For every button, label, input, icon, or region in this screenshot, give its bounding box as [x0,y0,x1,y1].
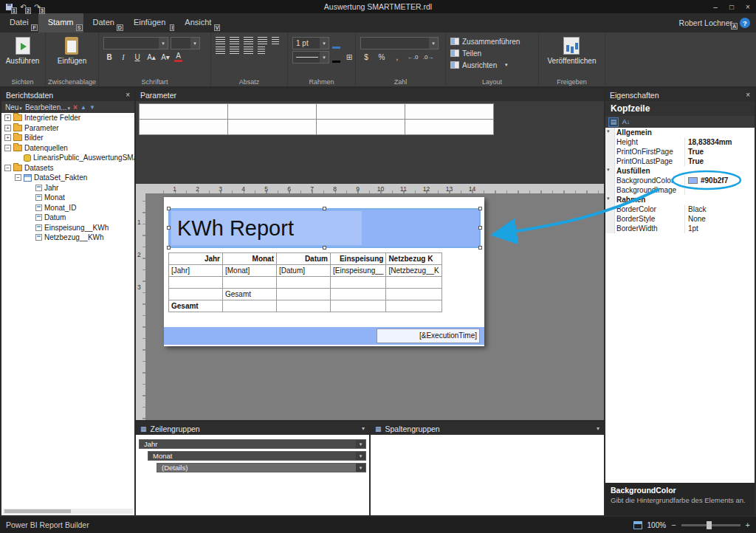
font-color-button[interactable]: A [173,52,183,62]
justify-icon[interactable] [258,37,267,45]
parameter-cell[interactable] [228,104,316,119]
selection-handle[interactable] [167,246,171,250]
tablix-cell[interactable] [386,300,441,312]
align-center-icon[interactable] [230,37,239,45]
tablix-cell[interactable]: Jahr [169,253,223,265]
property-row-printonfirstpage[interactable]: PrintOnFirstPageTrue [605,147,755,157]
maximize-button[interactable]: □ [724,0,740,13]
tab-stamm[interactable]: StammS [38,13,83,32]
number-format-select[interactable]: ▾ [360,37,439,49]
tree-item-integrierte-felder[interactable]: +Integrierte Felder [1,113,134,123]
expand-icon[interactable]: + [4,134,11,141]
font-size-select[interactable]: ▾ [171,37,200,49]
split-button[interactable]: Teilen [450,47,481,59]
selection-handle[interactable] [167,207,171,210]
parameter-cell[interactable] [405,104,493,119]
tablix-cell[interactable] [223,277,277,289]
property-category[interactable]: ▾Allgemein [605,128,755,137]
tablix-cell[interactable] [331,300,386,312]
design-view-icon[interactable] [633,521,642,529]
zoom-in-button[interactable]: + [746,520,750,529]
parameter-cell[interactable] [405,120,493,134]
tablix-cell[interactable] [331,289,386,300]
tree-item-field-datum[interactable]: Datum [1,213,134,223]
borders-grid-icon[interactable]: ⊞ [343,52,355,63]
property-row-bordercolor[interactable]: BorderColorBlack [605,204,755,214]
close-icon[interactable]: × [746,91,750,99]
tablix-cell[interactable]: Gesamt [169,300,223,312]
publish-button[interactable]: Veröffentlichen [545,35,599,66]
tablix-cell[interactable]: Einspeisung [331,253,386,265]
tablix-cell[interactable] [277,277,331,289]
property-row-borderstyle[interactable]: BorderStyleNone [605,214,755,224]
tree-item-datenquellen[interactable]: −Datenquellen [1,143,134,154]
color-swatch[interactable] [688,177,698,184]
grow-font-button[interactable]: A▴ [145,51,157,63]
horizontal-scrollbar[interactable] [3,509,133,514]
chevron-down-icon[interactable]: ▾ [356,464,365,472]
tab-ansicht[interactable]: AnsichtV [175,13,221,32]
tablix-cell[interactable]: [Einspeisung__ [331,265,386,277]
chevron-down-icon[interactable]: ▾ [362,425,365,432]
tablix-cell[interactable] [331,277,386,289]
property-row-backgroundcolor[interactable]: BackgroundColor#90b2f7 [605,176,755,185]
tab-datei[interactable]: DateiF [0,13,38,32]
zoom-out-button[interactable]: − [671,520,676,529]
move-down-icon[interactable]: ▼ [89,104,95,111]
tablix[interactable]: Jahr Monat Datum Einspeisung Netzbezug K… [168,252,442,312]
selection-handle[interactable] [478,246,482,250]
tablix-cell[interactable] [277,289,331,300]
increase-decimal-button[interactable]: ←.0 [407,51,419,63]
property-category[interactable]: ▾Rahmen [605,195,755,204]
shrink-font-button[interactable]: A▾ [159,51,171,63]
tablix-cell[interactable] [277,300,331,312]
border-width-select[interactable]: 1 pt▾ [292,37,329,49]
chevron-down-icon[interactable]: ▾ [597,425,599,432]
zoom-slider-thumb[interactable] [707,521,712,529]
align-button[interactable]: Ausrichten ▾ [450,59,508,71]
selection-handle[interactable] [323,207,326,210]
row-group-jahr[interactable]: Jahr▾ [139,439,366,449]
tablix-cell[interactable] [223,300,277,312]
execution-time-textbox[interactable]: [&ExecutionTime] [377,329,480,343]
align-bottom-icon[interactable] [244,47,253,55]
merge-button[interactable]: Zusammenführen [450,35,520,47]
tablix-cell[interactable]: Gesamt [223,289,277,300]
property-row-backgroundimage[interactable]: BackgroundImage [605,185,755,195]
tree-item-dataset-fakten[interactable]: −DataSet_Fakten [1,173,134,183]
percent-button[interactable]: % [376,51,388,63]
currency-button[interactable]: $ [360,51,372,63]
property-row-printonlastpage[interactable]: PrintOnLastPageTrue [605,157,755,166]
tree-item-field-einspeisung[interactable]: Einspeisung__KWh [1,223,134,233]
collapse-icon[interactable]: − [4,165,11,171]
move-up-icon[interactable]: ▲ [80,104,86,111]
tab-daten[interactable]: DatenD [83,13,124,32]
delete-button[interactable]: × [73,103,78,111]
align-left-icon[interactable] [216,37,225,45]
font-name-select[interactable]: ▾ [103,37,168,49]
design-canvas[interactable]: KWh Report Jahr Monat Datum Einspeisung [145,193,604,420]
parameter-cell[interactable] [140,104,227,119]
expand-icon[interactable]: + [4,125,11,131]
new-button[interactable]: Neu▾ [5,103,22,111]
paste-button[interactable]: Einfügen [55,35,89,66]
chevron-down-icon[interactable]: ▾ [356,452,365,460]
tree-item-bilder[interactable]: +Bilder [1,133,134,143]
thousands-separator-button[interactable]: , [391,51,403,63]
property-row-borderwidth[interactable]: BorderWidth1pt [605,224,755,233]
tab-einfuegen[interactable]: EinfügenI [124,13,175,32]
align-right-icon[interactable] [244,37,253,45]
indent-icon[interactable] [258,47,265,55]
tablix-cell[interactable] [386,289,441,300]
align-middle-icon[interactable] [230,47,239,55]
categorized-view-button[interactable]: ▤ [608,117,619,127]
scrollbar-thumb[interactable] [4,509,71,513]
tablix-cell[interactable]: Datum [277,253,331,265]
selection-handle[interactable] [167,226,171,230]
help-icon[interactable]: ? [740,18,750,28]
chevron-down-icon[interactable]: ▾ [356,440,365,448]
minimize-button[interactable]: – [707,0,724,13]
tablix-cell[interactable] [169,277,223,289]
tablix-cell[interactable]: [Netzbezug__K [386,265,441,277]
property-row-height[interactable]: Height18,83834mm [605,137,755,147]
